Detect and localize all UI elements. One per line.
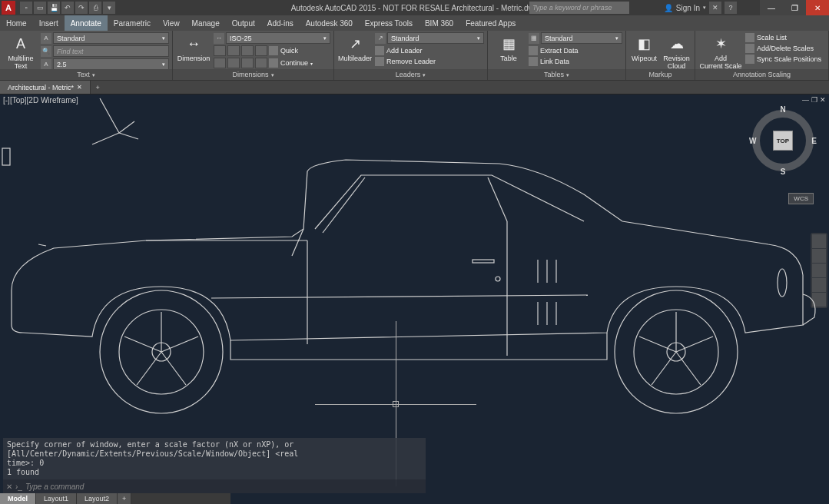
origin-marker	[2, 148, 10, 165]
command-history: Specify corner of window, enter a scale …	[3, 438, 426, 479]
leader-style-combo[interactable]: Standard▾	[387, 32, 484, 44]
link-icon	[529, 57, 538, 66]
revcloud-button[interactable]: ☁ Revision Cloud	[662, 32, 691, 71]
panel-scaling: ✶ Add Current Scale Scale List Add/Delet…	[695, 31, 829, 80]
find-text-input[interactable]: Find text	[53, 45, 169, 57]
dim-style-combo[interactable]: ISO-25▾	[226, 32, 330, 44]
text-height-combo[interactable]: 2.5▾	[53, 58, 169, 70]
ribbon: A Multiline Text AStandard▾ 🔍Find text A…	[0, 31, 829, 81]
command-area: Specify corner of window, enter a scale …	[3, 438, 426, 493]
cmd-arrow-icon[interactable]: ›_	[15, 482, 22, 491]
qat-dropdown-icon[interactable]: ▾	[103, 2, 115, 14]
link-data-button[interactable]: Link Data	[529, 56, 622, 67]
command-line[interactable]: ✕ ›_ Type a command	[3, 479, 426, 493]
panel-leaders-label[interactable]: Leaders▾	[334, 69, 487, 80]
extract-icon	[529, 46, 538, 55]
add-layout-button[interactable]: +	[118, 493, 131, 504]
find-icon: 🔍	[41, 46, 51, 57]
tab-a360[interactable]: Autodesk 360	[300, 15, 359, 31]
dim-diameter-button[interactable]	[227, 58, 240, 68]
dim-angular-button[interactable]	[241, 45, 254, 56]
svg-line-25	[161, 352, 186, 385]
dimension-button[interactable]: ↔ Dimension	[176, 32, 211, 64]
help-search-input[interactable]: Type a keyword or phrase	[529, 2, 629, 14]
tab-annotate[interactable]: Annotate	[65, 15, 108, 31]
text-style-combo[interactable]: Standard▾	[53, 32, 169, 44]
svg-line-9	[323, 177, 365, 233]
extract-data-button[interactable]: Extract Data	[529, 45, 622, 56]
rear-wheel	[615, 290, 738, 413]
document-tabs: Architectural - Metric*✕ +	[0, 81, 829, 94]
tab-featured[interactable]: Featured Apps	[459, 15, 522, 31]
tab-addins[interactable]: Add-ins	[261, 15, 300, 31]
tab-output[interactable]: Output	[226, 15, 261, 31]
close-button[interactable]: ✕	[806, 0, 829, 15]
multiline-text-button[interactable]: A Multiline Text	[3, 32, 38, 71]
add-scale-button[interactable]: ✶ Add Current Scale	[698, 32, 743, 71]
panel-scaling-label: Annotation Scaling	[695, 69, 828, 80]
wipeout-icon: ◧	[635, 34, 655, 54]
svg-line-19	[38, 244, 46, 246]
tab-insert[interactable]: Insert	[33, 15, 65, 31]
qat-redo-icon[interactable]: ↷	[75, 2, 88, 14]
svg-line-34	[652, 352, 676, 385]
table-button[interactable]: ▦ Table	[491, 32, 526, 64]
layout1-tab[interactable]: Layout1	[36, 493, 77, 504]
model-tab[interactable]: Model	[0, 493, 36, 504]
sync-scale-button[interactable]: Sync Scale Positions	[745, 54, 825, 65]
scale-list-button[interactable]: Scale List	[745, 32, 825, 43]
remove-leader-icon	[375, 57, 384, 66]
wipeout-button[interactable]: ◧ Wipeout	[629, 32, 659, 64]
qat-print-icon[interactable]: ⎙	[89, 2, 101, 14]
sync-icon	[745, 55, 754, 64]
tab-parametric[interactable]: Parametric	[108, 15, 157, 31]
close-doc-icon[interactable]: ✕	[77, 84, 82, 91]
qat-undo-icon[interactable]: ↶	[61, 2, 74, 14]
app-logo-icon[interactable]: A	[2, 1, 15, 15]
dim-linear-button[interactable]	[214, 45, 226, 56]
layout2-tab[interactable]: Layout2	[77, 493, 118, 504]
dim-radius-button[interactable]	[214, 58, 226, 68]
tab-express[interactable]: Express Tools	[359, 15, 419, 31]
adddel-icon	[745, 44, 754, 53]
tab-view[interactable]: View	[157, 15, 186, 31]
drawing-canvas[interactable]: [-][Top][2D Wireframe] — ❐ ✕ TOP N S E W…	[0, 94, 829, 504]
qat-new-icon[interactable]: ▫	[20, 2, 32, 14]
dim-jogged-button[interactable]	[255, 58, 267, 68]
add-leader-button[interactable]: Add Leader	[375, 45, 484, 56]
panel-dim-label[interactable]: Dimensions▾	[173, 69, 333, 80]
multileader-button[interactable]: ↗ Multileader	[337, 32, 373, 64]
panel-tables-label[interactable]: Tables▾	[488, 69, 625, 80]
tab-bim360[interactable]: BIM 360	[419, 15, 459, 31]
exchange-icon[interactable]: ✕	[709, 2, 721, 14]
svg-line-8	[211, 295, 588, 298]
dim-aligned-button[interactable]	[227, 45, 240, 56]
tab-home[interactable]: Home	[0, 15, 33, 31]
crosshair-pickbox	[393, 401, 399, 407]
svg-rect-11	[473, 260, 494, 263]
qat-open-icon[interactable]: ▭	[34, 2, 46, 14]
new-doc-button[interactable]: +	[91, 81, 104, 94]
dim-arc-button[interactable]	[255, 45, 267, 56]
dim-continue-button[interactable]: Continue▾	[269, 58, 313, 68]
command-input[interactable]: Type a command	[25, 482, 85, 491]
window-title: Autodesk AutoCAD 2015 - NOT FOR RESALE A…	[291, 4, 539, 12]
qat-save-icon[interactable]: 💾	[48, 2, 60, 14]
table-style-combo[interactable]: Standard▾	[541, 32, 622, 44]
add-delete-scales-button[interactable]: Add/Delete Scales	[745, 43, 825, 54]
text-icon: A	[11, 34, 31, 54]
remove-leader-button[interactable]: Remove Leader	[375, 56, 484, 67]
tab-manage[interactable]: Manage	[186, 15, 226, 31]
help-icon[interactable]: ?	[725, 2, 737, 14]
quick-access-toolbar: ▫ ▭ 💾 ↶ ↷ ⎙ ▾	[17, 2, 118, 14]
account-area[interactable]: 👤 Sign In ▾ ✕ ?	[664, 2, 737, 14]
viewcube-face[interactable]: TOP	[773, 131, 793, 151]
panel-text-label[interactable]: Text▾	[0, 69, 172, 80]
document-tab[interactable]: Architectural - Metric*✕	[0, 81, 91, 94]
dim-quick-button[interactable]: Quick	[269, 45, 298, 56]
dim-ordinate-button[interactable]	[241, 58, 254, 68]
abc-icon: A	[41, 33, 51, 44]
maximize-button[interactable]: ❐	[783, 0, 806, 15]
minimize-button[interactable]: —	[760, 0, 783, 15]
cmd-close-icon[interactable]: ✕	[6, 482, 12, 491]
